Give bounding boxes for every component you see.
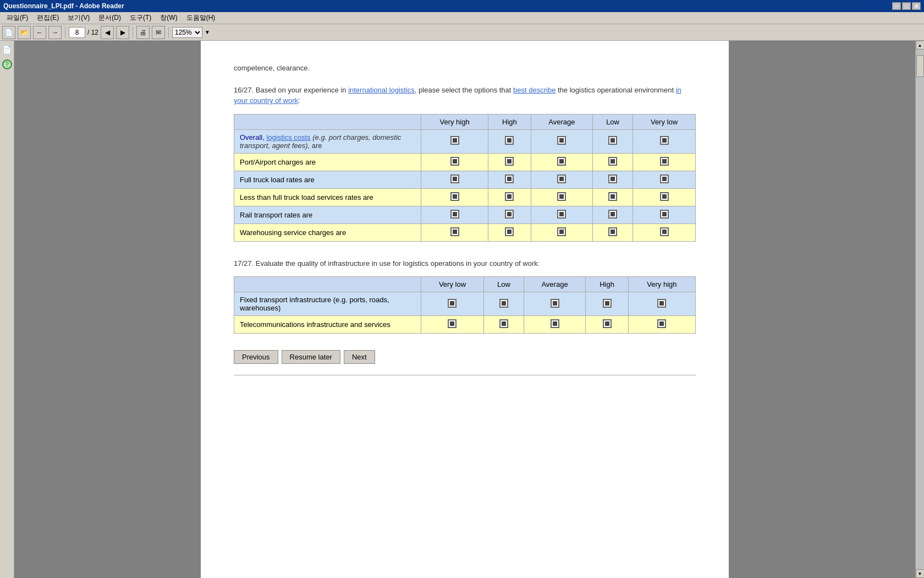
radio-btn[interactable] <box>450 210 459 219</box>
next-page-btn[interactable]: ▶ <box>116 26 129 39</box>
radio-btn[interactable] <box>557 175 566 183</box>
t1-r1-h[interactable] <box>488 129 531 153</box>
t1-r3-vl[interactable] <box>633 171 696 188</box>
page-input[interactable] <box>69 27 85 38</box>
radio-btn[interactable] <box>660 157 669 166</box>
next-button[interactable]: Next <box>344 350 375 364</box>
q16-link-best[interactable]: best describe <box>513 86 556 94</box>
open-btn[interactable]: 📂 <box>18 26 31 39</box>
menu-window[interactable]: 창(W) <box>156 12 182 24</box>
radio-btn[interactable] <box>505 136 514 145</box>
radio-btn[interactable] <box>657 299 666 308</box>
radio-btn[interactable] <box>660 136 669 145</box>
radio-btn[interactable] <box>608 227 617 236</box>
t1-r1-a[interactable] <box>531 129 592 153</box>
t1-r2-l[interactable] <box>593 153 633 171</box>
t1-r2-vh[interactable] <box>421 153 488 171</box>
t2-r2-vl[interactable] <box>421 316 484 334</box>
radio-btn[interactable] <box>505 227 514 236</box>
t1-r2-h[interactable] <box>488 153 531 171</box>
t1-r4-vh[interactable] <box>421 188 488 206</box>
q16-link-logistics[interactable]: international logistics <box>348 86 415 94</box>
new-btn[interactable]: 📄 <box>2 26 15 39</box>
radio-btn[interactable] <box>557 157 566 166</box>
radio-btn[interactable] <box>608 157 617 166</box>
radio-btn[interactable] <box>499 319 508 328</box>
t1-r4-l[interactable] <box>593 188 633 206</box>
sidebar-help-icon[interactable]: ? <box>2 59 12 69</box>
radio-btn[interactable] <box>448 319 457 328</box>
t1-r5-h[interactable] <box>488 206 531 223</box>
minimize-btn[interactable]: ─ <box>892 2 901 10</box>
t1-r5-vl[interactable] <box>633 206 696 223</box>
radio-btn[interactable] <box>660 175 669 183</box>
previous-button[interactable]: Previous <box>234 350 278 364</box>
radio-btn[interactable] <box>499 299 508 308</box>
radio-btn[interactable] <box>660 227 669 236</box>
email-btn[interactable]: ✉ <box>152 26 165 39</box>
radio-btn[interactable] <box>660 210 669 219</box>
radio-btn[interactable] <box>450 157 459 166</box>
t1-r4-vl[interactable] <box>633 188 696 206</box>
scrollbar-thumb[interactable] <box>916 55 924 77</box>
t1-r4-a[interactable] <box>531 188 592 206</box>
t1-r1-vh[interactable] <box>421 129 488 153</box>
t1-r3-a[interactable] <box>531 171 592 188</box>
radio-btn[interactable] <box>450 192 459 201</box>
radio-btn[interactable] <box>557 210 566 219</box>
radio-btn[interactable] <box>657 319 666 328</box>
t2-r1-h[interactable] <box>586 292 629 316</box>
back-btn[interactable]: ← <box>33 26 46 39</box>
radio-btn[interactable] <box>557 192 566 201</box>
t2-r1-vh[interactable] <box>628 292 695 316</box>
t1-r1-l[interactable] <box>593 129 633 153</box>
t1-r1-vl[interactable] <box>633 129 696 153</box>
radio-btn[interactable] <box>608 175 617 183</box>
radio-btn[interactable] <box>450 227 459 236</box>
t1-r5-vh[interactable] <box>421 206 488 223</box>
t1-r3-vh[interactable] <box>421 171 488 188</box>
radio-btn[interactable] <box>505 157 514 166</box>
t2-r2-h[interactable] <box>586 316 629 334</box>
t2-r2-a[interactable] <box>524 316 585 334</box>
zoom-select[interactable]: 125% 100% 75% <box>172 27 202 38</box>
radio-btn[interactable] <box>505 175 514 183</box>
menu-file[interactable]: 파일(F) <box>2 12 32 24</box>
radio-btn[interactable] <box>608 192 617 201</box>
t2-r1-l[interactable] <box>483 292 524 316</box>
print-btn[interactable]: 🖨 <box>136 26 150 39</box>
radio-btn[interactable] <box>608 136 617 145</box>
radio-btn[interactable] <box>608 210 617 219</box>
radio-btn[interactable] <box>551 299 559 308</box>
t2-r2-vh[interactable] <box>628 316 695 334</box>
t2-r1-vl[interactable] <box>421 292 484 316</box>
radio-btn[interactable] <box>450 136 459 145</box>
t1-r2-vl[interactable] <box>633 153 696 171</box>
t2-r2-l[interactable] <box>483 316 524 334</box>
t1-r3-l[interactable] <box>593 171 633 188</box>
sidebar-page-icon[interactable]: 📄 <box>2 44 13 55</box>
t1-r6-a[interactable] <box>531 223 592 241</box>
scroll-up-btn[interactable]: ▲ <box>916 41 925 50</box>
radio-btn[interactable] <box>603 299 612 308</box>
resume-later-button[interactable]: Resume later <box>282 350 340 364</box>
t1-r5-l[interactable] <box>593 206 633 223</box>
t1-r6-l[interactable] <box>593 223 633 241</box>
radio-btn[interactable] <box>448 299 457 308</box>
menu-help[interactable]: 도움말(H) <box>182 12 220 24</box>
menu-edit[interactable]: 편집(E) <box>32 12 63 24</box>
menu-doc[interactable]: 문서(D) <box>94 12 125 24</box>
radio-btn[interactable] <box>660 192 669 201</box>
radio-btn[interactable] <box>450 175 459 183</box>
t1-r5-a[interactable] <box>531 206 592 223</box>
t2-r1-a[interactable] <box>524 292 585 316</box>
scrollbar-track[interactable] <box>916 50 925 569</box>
radio-btn[interactable] <box>551 319 559 328</box>
t1-r3-h[interactable] <box>488 171 531 188</box>
radio-btn[interactable] <box>557 227 566 236</box>
t1-r6-h[interactable] <box>488 223 531 241</box>
scroll-down-btn[interactable]: ▼ <box>916 569 925 578</box>
radio-btn[interactable] <box>557 136 566 145</box>
radio-btn[interactable] <box>603 319 612 328</box>
logistics-costs-link[interactable]: logistics costs <box>266 133 310 141</box>
